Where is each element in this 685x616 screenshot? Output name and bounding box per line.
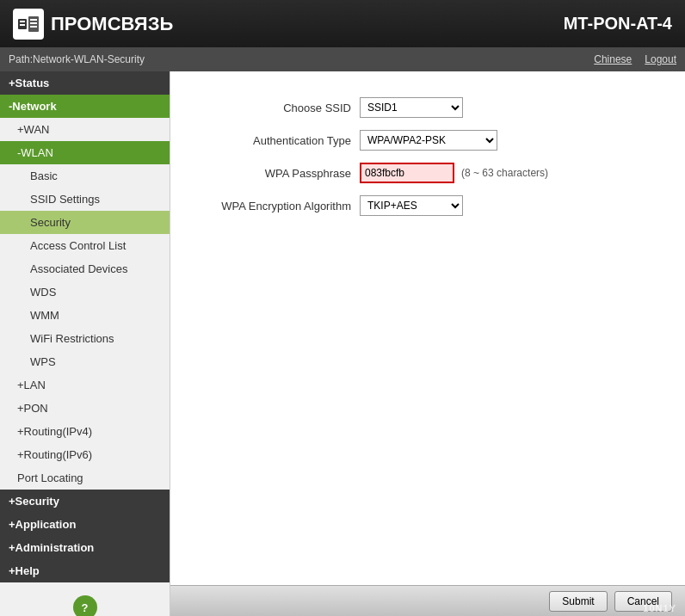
svg-rect-4 [30,19,37,21]
enc-algo-row: WPA Encryption Algorithm TKIP+AES TKIP A… [188,195,668,216]
sidebar-item-routing-ipv4[interactable]: +Routing(IPv4) [0,420,170,443]
content-area: Choose SSID SSID1 SSID2 SSID3 SSID4 Auth… [170,71,685,616]
auth-type-select[interactable]: WPA/WPA2-PSK WPA-PSK WPA2-PSK None [360,130,497,151]
sidebar-item-ssid-settings[interactable]: SSID Settings [0,188,170,211]
bottom-bar: Submit Cancel [170,585,685,616]
breadcrumb: Path:Network-WLAN-Security [9,53,145,65]
passphrase-label: WPA Passphrase [188,167,360,180]
sidebar-item-routing-ipv6[interactable]: +Routing(IPv6) [0,443,170,466]
sidebar-help-area: ? [0,582,170,616]
choose-ssid-control: SSID1 SSID2 SSID3 SSID4 [360,97,463,118]
passphrase-control: (8 ~ 63 characters) [360,163,548,183]
form-area: Choose SSID SSID1 SSID2 SSID3 SSID4 Auth… [188,97,668,216]
sidebar-item-wan[interactable]: +WAN [0,118,170,141]
sidebar-item-basic[interactable]: Basic [0,164,170,188]
logo-icon [13,9,44,40]
logo: ПРОМСВЯЗЬ [13,9,173,40]
svg-rect-5 [30,22,37,24]
help-button[interactable]: ? [73,595,97,616]
watermark: 10N1Y [643,603,676,613]
sidebar-item-wifi-restrictions[interactable]: WiFi Restrictions [0,327,170,350]
submit-button[interactable]: Submit [549,591,607,612]
chinese-link[interactable]: Chinese [594,53,632,65]
sidebar-item-port-locating[interactable]: Port Locating [0,466,170,490]
sidebar-item-network[interactable]: -Network [0,95,170,118]
sidebar-item-acl[interactable]: Access Control List [0,234,170,257]
choose-ssid-label: Choose SSID [188,102,360,114]
header: ПРОМСВЯЗЬ MT-PON-AT-4 [0,0,685,47]
passphrase-row: WPA Passphrase (8 ~ 63 characters) [188,163,668,183]
sidebar-item-pon[interactable]: +PON [0,397,170,420]
passphrase-input[interactable] [360,163,454,183]
choose-ssid-row: Choose SSID SSID1 SSID2 SSID3 SSID4 [188,97,668,118]
topnav: Path:Network-WLAN-Security Chinese Logou… [0,47,685,71]
sidebar-item-assoc-devices[interactable]: Associated Devices [0,257,170,280]
sidebar-item-lan[interactable]: +LAN [0,373,170,397]
device-title: MT-PON-AT-4 [564,14,672,34]
passphrase-hint: (8 ~ 63 characters) [461,167,548,179]
enc-algo-select[interactable]: TKIP+AES TKIP AES [360,195,463,216]
sidebar: +Status -Network +WAN -WLAN Basic SSID S… [0,71,170,616]
sidebar-item-wmm[interactable]: WMM [0,304,170,327]
svg-rect-3 [20,24,25,26]
sidebar-item-wps[interactable]: WPS [0,350,170,373]
logout-link[interactable]: Logout [645,53,676,65]
topnav-links: Chinese Logout [594,53,676,65]
svg-rect-6 [30,26,37,28]
svg-rect-2 [20,21,25,22]
sidebar-item-security-top[interactable]: +Security [0,490,170,513]
sidebar-item-wlan[interactable]: -WLAN [0,141,170,164]
auth-type-row: Authentication Type WPA/WPA2-PSK WPA-PSK… [188,130,668,151]
logo-text: ПРОМСВЯЗЬ [51,13,173,35]
sidebar-item-status[interactable]: +Status [0,71,170,95]
sidebar-item-wds[interactable]: WDS [0,280,170,304]
sidebar-item-application[interactable]: +Application [0,513,170,536]
sidebar-item-security[interactable]: Security [0,211,170,234]
auth-type-label: Authentication Type [188,134,360,147]
sidebar-item-help[interactable]: +Help [0,559,170,582]
sidebar-item-administration[interactable]: +Administration [0,536,170,559]
ssid-select[interactable]: SSID1 SSID2 SSID3 SSID4 [360,97,463,118]
enc-algo-control: TKIP+AES TKIP AES [360,195,463,216]
auth-type-control: WPA/WPA2-PSK WPA-PSK WPA2-PSK None [360,130,497,151]
enc-algo-label: WPA Encryption Algorithm [188,200,360,213]
main-layout: +Status -Network +WAN -WLAN Basic SSID S… [0,71,685,616]
